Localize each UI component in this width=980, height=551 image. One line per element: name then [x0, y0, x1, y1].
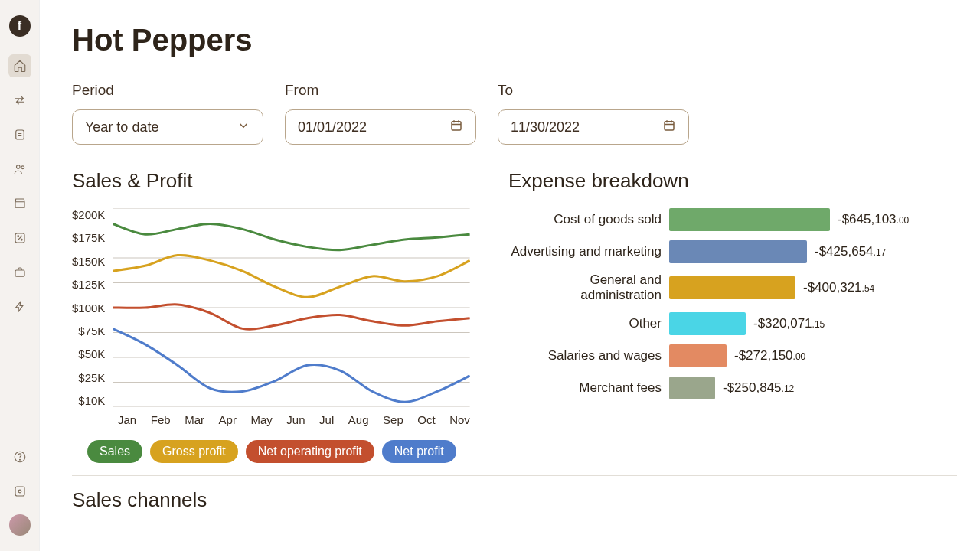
nav-briefcase[interactable]: [8, 261, 31, 284]
expense-bar: [669, 377, 715, 399]
period-value: Year to date: [85, 119, 158, 135]
nav-notes[interactable]: [8, 123, 31, 146]
expense-label: Cost of goods sold: [508, 212, 662, 227]
svg-rect-6: [15, 270, 24, 276]
expense-row: Advertising and marketing-$425,654.17: [508, 240, 957, 263]
nav-home[interactable]: [8, 54, 31, 77]
svg-rect-12: [665, 121, 674, 129]
expense-value: -$250,845.12: [723, 380, 794, 396]
svg-point-8: [19, 459, 20, 460]
chevron-down-icon: [237, 119, 250, 136]
expense-row: Salaries and wages-$272,150.00: [508, 344, 957, 367]
nav-people[interactable]: [8, 158, 31, 181]
svg-point-1: [16, 165, 20, 169]
legend-sales[interactable]: Sales: [87, 440, 142, 463]
svg-point-10: [18, 490, 21, 493]
legend-netprofit[interactable]: Net profit: [382, 440, 456, 463]
sales-channels-title: Sales channels: [72, 488, 957, 512]
expense-bar: [669, 312, 746, 335]
expense-label: Salaries and wages: [508, 348, 662, 364]
calendar-icon: [662, 119, 676, 136]
expense-label: Advertising and marketing: [508, 244, 662, 259]
line-chart: [113, 208, 470, 407]
calendar-icon: [449, 119, 463, 136]
svg-point-2: [21, 166, 24, 169]
expense-bars: Cost of goods sold-$645,103.00Advertisin…: [508, 208, 957, 399]
expense-row: Other-$320,071.15: [508, 312, 957, 335]
expense-label: General and administration: [508, 272, 662, 303]
expense-panel: Expense breakdown Cost of goods sold-$64…: [508, 169, 957, 463]
period-label: Period: [72, 82, 263, 99]
expense-title: Expense breakdown: [508, 169, 957, 193]
expense-bar: [669, 240, 807, 263]
svg-rect-0: [15, 130, 24, 139]
nav-lightning[interactable]: [8, 295, 31, 318]
expense-bar: [669, 208, 830, 231]
y-axis: $200K$175K$150K$125K$100K$75K$50K$25K$10…: [72, 208, 113, 407]
nav-percent[interactable]: [8, 227, 31, 249]
to-value: 11/30/2022: [511, 119, 580, 135]
main: Hot Peppers Period Year to date From 01/…: [40, 0, 980, 551]
expense-value: -$400,321.54: [803, 280, 874, 295]
expense-bar: [669, 344, 727, 367]
nav-settings[interactable]: [8, 480, 31, 503]
nav-help[interactable]: [8, 445, 31, 468]
sales-profit-title: Sales & Profit: [72, 169, 470, 193]
expense-row: General and administration-$400,321.54: [508, 272, 957, 303]
expense-value: -$272,150.00: [734, 348, 805, 364]
to-input[interactable]: 11/30/2022: [498, 109, 689, 145]
nav-store[interactable]: [8, 192, 31, 215]
filter-controls: Period Year to date From 01/01/2022 To 1…: [72, 82, 957, 145]
expense-label: Merchant fees: [508, 380, 662, 396]
from-value: 01/01/2022: [298, 119, 367, 135]
page-title: Hot Peppers: [72, 23, 957, 57]
svg-point-4: [17, 236, 18, 237]
svg-rect-9: [15, 487, 24, 496]
expense-value: -$320,071.15: [753, 316, 825, 331]
expense-row: Cost of goods sold-$645,103.00: [508, 208, 957, 231]
svg-rect-11: [452, 121, 461, 129]
period-select[interactable]: Year to date: [72, 109, 263, 145]
sidebar: f: [0, 0, 40, 551]
from-label: From: [285, 82, 476, 99]
nav-transfer[interactable]: [8, 89, 31, 112]
expense-label: Other: [508, 316, 662, 331]
x-axis: JanFebMarAprMayJunJulAugSepOctNov: [118, 413, 470, 426]
svg-point-5: [21, 239, 22, 240]
from-input[interactable]: 01/01/2022: [285, 109, 476, 145]
legend-netop[interactable]: Net operating profit: [246, 440, 374, 463]
legend-gross[interactable]: Gross profit: [150, 440, 238, 463]
expense-row: Merchant fees-$250,845.12: [508, 377, 957, 399]
to-label: To: [498, 82, 689, 99]
app-logo[interactable]: f: [9, 15, 31, 37]
expense-bar: [669, 276, 795, 299]
expense-value: -$645,103.00: [838, 212, 909, 227]
expense-value: -$425,654.17: [815, 244, 886, 259]
sales-profit-panel: Sales & Profit $200K$175K$150K$125K$100K…: [72, 169, 470, 463]
avatar[interactable]: [9, 514, 31, 536]
chart-legend: Sales Gross profit Net operating profit …: [87, 440, 470, 463]
